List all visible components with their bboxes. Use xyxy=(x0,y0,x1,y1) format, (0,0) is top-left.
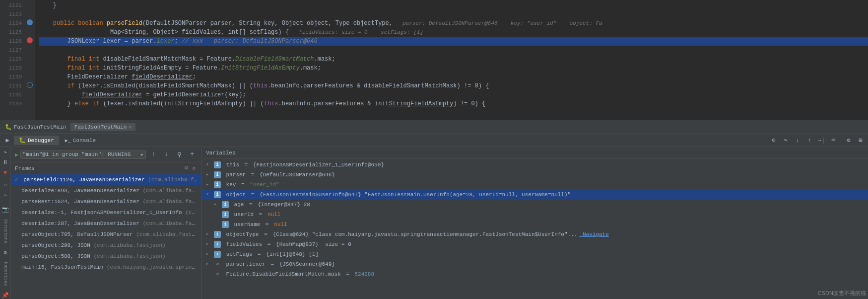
thread-dropdown[interactable]: "main"@1 in group "main": RUNNING ▾ xyxy=(20,150,146,159)
var-key[interactable]: i key = "user_id" xyxy=(202,180,868,190)
var-fieldvalues[interactable]: i fieldValues = {HashMap@837} size = 0 xyxy=(202,239,868,249)
code-line-1131: if (lexer.isEnabled(disableFieldSmartMat… xyxy=(39,81,868,90)
frames-copy-btn[interactable]: ⧉ xyxy=(183,165,190,172)
show-execution-point-button[interactable]: ⊙ xyxy=(768,135,779,146)
variables-panel: Variables i this = {FastjsonASMDeseriali… xyxy=(202,147,868,299)
var-age[interactable]: i age = {Integer@847} 28 xyxy=(202,200,868,210)
gutter xyxy=(26,0,35,120)
step-over-button[interactable]: ↷ xyxy=(780,135,791,146)
variables-list: i this = {FastjsonASMDeserializer_1_User… xyxy=(202,159,868,299)
expand-parser-icon xyxy=(206,170,212,179)
pause-btn[interactable]: ⏸ xyxy=(1,159,10,166)
favorites-btn[interactable]: Favorites xyxy=(1,262,10,286)
session-tab-label: FastJsonTestMain xyxy=(74,124,127,130)
var-icon-age: i xyxy=(222,201,229,208)
var-object[interactable]: i object = {FastJsonTestMain$UserInfo@64… xyxy=(202,190,868,200)
expand-fieldvalues-icon xyxy=(206,240,212,249)
var-userid[interactable]: i userId = null xyxy=(202,210,868,220)
frame-item-1[interactable]: deserialze:893, JavaBeanDeserializer (co… xyxy=(11,185,201,196)
var-icon-objecttype: i xyxy=(214,231,221,238)
code-line-1129: final int initStringFieldAsEmpty = Featu… xyxy=(39,64,868,73)
tab-console[interactable]: ▶_ Console xyxy=(60,136,101,145)
more-options-btn[interactable]: ⋯ xyxy=(1,192,10,199)
thread-label: "main"@1 in group "main": RUNNING xyxy=(23,151,131,157)
var-parser[interactable]: i parser = {DefaultJSONParser@646} xyxy=(202,170,868,180)
var-setflags[interactable]: i setFlags = {int[1]@648} [1] xyxy=(202,249,868,259)
thread-filter-btn[interactable]: ⚲ xyxy=(174,149,185,160)
stop-btn[interactable]: ■ xyxy=(1,169,10,176)
var-parser-lexer[interactable]: ∞ parser.lexer = {JSONScanner@649} xyxy=(202,259,868,269)
settings-button[interactable]: ⚙ xyxy=(843,135,854,146)
var-objecttype[interactable]: i objectType = {Class@624} "class com.ha… xyxy=(202,229,868,239)
var-feature-mask[interactable]: ∞ Feature.DisableFieldSmartMatch.mask = … xyxy=(202,269,868,279)
code-line-1125: Map<String, Object> fieldValues, int[] s… xyxy=(39,28,868,37)
code-line-1132: fieldDeserializer = getFieldDeserializer… xyxy=(39,90,868,99)
frame-item-2[interactable]: parseRest:1624, JavaBeanDeserializer (co… xyxy=(11,196,201,207)
var-icon-key: i xyxy=(214,181,221,188)
frame-item-5[interactable]: parseObject:705, DefaultJSONParser (com.… xyxy=(11,229,201,240)
thread-down-btn[interactable]: ↓ xyxy=(161,149,172,160)
structure-btn[interactable]: Structure xyxy=(1,219,10,243)
resume-button[interactable]: ▶ xyxy=(2,135,13,146)
var-icon-feature: ∞ xyxy=(214,270,221,279)
tab-close-icon[interactable]: ✕ xyxy=(129,124,132,130)
navigate-link[interactable]: Navigate xyxy=(579,230,608,239)
run-to-cursor-button[interactable]: →| xyxy=(816,135,827,146)
thread-up-btn[interactable]: ↑ xyxy=(148,149,159,160)
camera-btn[interactable]: 📷 xyxy=(1,206,10,213)
frames-panel: ▶ "main"@1 in group "main": RUNNING ▾ ↑ … xyxy=(11,147,202,299)
var-icon-this: i xyxy=(214,161,221,168)
var-username[interactable]: i userName = null xyxy=(202,220,868,229)
step-into-button[interactable]: ↓ xyxy=(792,135,803,146)
evaluate-button[interactable]: ⌨ xyxy=(828,135,839,146)
code-line-1128: final int disableFieldSmartMatchMask = F… xyxy=(39,55,868,64)
expand-object-icon xyxy=(206,190,212,199)
debug-body: ↷ ⏸ ■ ○ ⋯ 📷 Structure ⚙ Favorites 📌 ▶ "m… xyxy=(0,147,868,299)
pin-btn[interactable]: 📌 xyxy=(1,292,10,299)
line-numbers: 1122 1123 1124 1125 1126 1127 1128 1129 … xyxy=(0,0,26,120)
thread-play-icon: ▶ xyxy=(15,151,18,158)
var-icon-username: i xyxy=(222,221,229,228)
frames-header-label: Frames xyxy=(15,165,35,171)
layout-button[interactable]: ⊞ xyxy=(855,135,866,146)
expand-setflags-icon xyxy=(206,250,212,259)
frame-item-8[interactable]: main:15, FastJsonTestMain (com.haiyang.j… xyxy=(11,262,201,273)
variables-header: Variables xyxy=(202,147,868,159)
mute-breakpoints-btn[interactable]: ○ xyxy=(1,182,10,189)
frame-item-7[interactable]: parseObject:588, JSON (com.alibaba.fastj… xyxy=(11,251,201,262)
thread-selector: ▶ "main"@1 in group "main": RUNNING ▾ ↑ … xyxy=(11,147,201,162)
step-out-button[interactable]: ↑ xyxy=(804,135,815,146)
frame-item-3[interactable]: deserialze:-1, FastjsonASMDeserializer_1… xyxy=(11,207,201,218)
expand-key-icon xyxy=(206,180,212,189)
thread-add-btn[interactable]: + xyxy=(187,149,198,160)
code-line-1133: } else if (lexer.isEnabled(initStringFie… xyxy=(39,99,868,108)
code-line-1124: public boolean parseField(DefaultJSONPar… xyxy=(39,19,868,28)
var-icon-fieldvalues: i xyxy=(214,241,221,248)
expand-objecttype-icon xyxy=(206,230,212,239)
frame-item-0[interactable]: ✓ parseField:1126, JavaBeanDeserializer … xyxy=(11,174,201,185)
code-line-1127 xyxy=(39,46,868,55)
code-editor: 1122 1123 1124 1125 1126 1127 1128 1129 … xyxy=(0,0,868,120)
dropdown-arrow: ▾ xyxy=(140,151,143,158)
debug-label: 🐛 FastJsonTestMain xyxy=(2,123,69,131)
frames-header: Frames ⧉ ⚙ xyxy=(11,162,201,174)
tab-debugger[interactable]: 🐛 Debugger xyxy=(14,136,59,145)
debugger-tab-icon: 🐛 xyxy=(19,137,26,144)
step-over-side-btn[interactable]: ↷ xyxy=(1,149,10,156)
debugger-tab-label: Debugger xyxy=(28,138,54,144)
frame-item-4[interactable]: deserialze:287, JavaBeanDeserializer (co… xyxy=(11,218,201,229)
variables-header-label: Variables xyxy=(206,150,235,156)
debug-panel: 🐛 FastJsonTestMain FastJsonTestMain ✕ ▶ … xyxy=(0,120,868,299)
var-icon-userid: i xyxy=(222,211,229,218)
expand-parserlexer-icon xyxy=(206,260,212,269)
code-content: } public boolean parseField(DefaultJSONP… xyxy=(35,0,868,120)
var-this[interactable]: i this = {FastjsonASMDeserializer_1_User… xyxy=(202,160,868,170)
frame-checkmark-icon: ✓ xyxy=(15,177,18,183)
gear-settings-btn[interactable]: ⚙ xyxy=(1,249,10,256)
frames-settings-btn[interactable]: ⚙ xyxy=(191,165,198,172)
code-line-1123 xyxy=(39,10,868,19)
frame-item-6[interactable]: parseObject:298, JSON (com.alibaba.fastj… xyxy=(11,240,201,251)
debug-session-label: FastJsonTestMain xyxy=(14,124,67,130)
debug-session-tab[interactable]: FastJsonTestMain ✕ xyxy=(70,123,136,131)
expand-age-icon xyxy=(214,200,220,209)
